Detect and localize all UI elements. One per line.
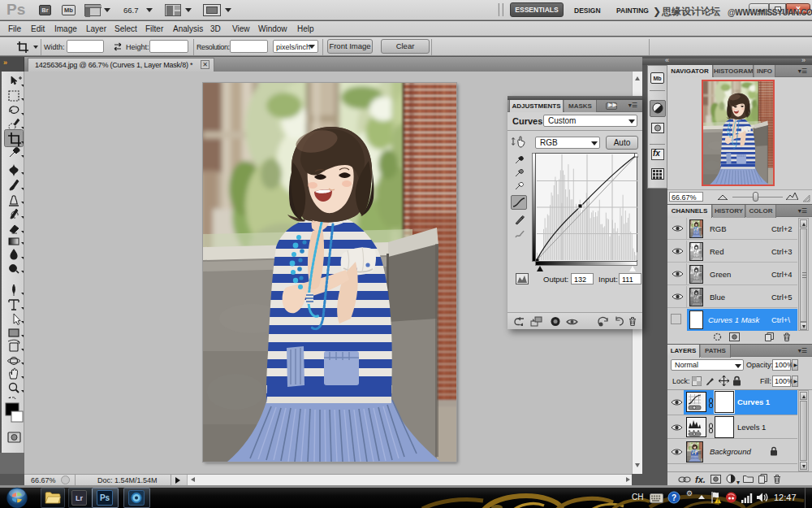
svg-text:?: ? [672, 493, 676, 502]
svg-text:!: ! [717, 497, 719, 503]
